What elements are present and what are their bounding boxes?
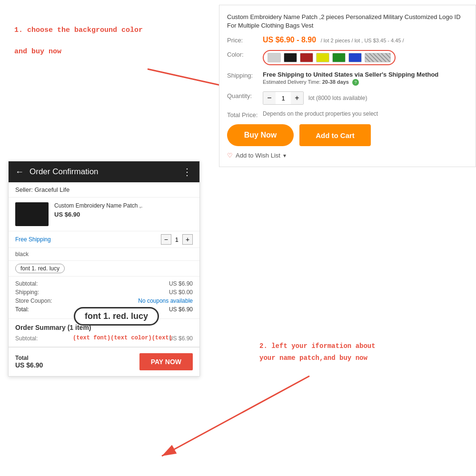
quantity-label: Quantity: [227,91,263,99]
price-lot: / lot 2 pieces / lot , US $3.45 - 4.45 / [321,38,404,43]
seller-name: Graceful Life [34,186,69,193]
custom-text-row: font 1. red. lucy [9,261,199,277]
swatch-red[interactable] [300,53,313,62]
step1b-annotation: and buy now [14,48,61,56]
product-panel: Custom Embroidery Name Patch ,2 pieces P… [219,5,476,167]
svg-line-7 [162,376,309,456]
heart-icon: ♡ [227,152,233,159]
action-buttons: Buy Now Add to Cart [227,124,468,146]
footer-total-price: US $6.90 [15,361,43,369]
qty-control: − 1 + [161,234,193,245]
delivery-time: Estimated Delivery Time: 20-38 days ? [263,79,468,86]
font-labels: (text font)(text color)(text) [73,335,172,341]
price-range: US $6.90 - 8.90 [263,36,316,44]
color-swatches[interactable] [263,50,396,65]
product-item-name: Custom Embroidery Name Patch ,. [54,202,193,209]
product-item-price: US $6.90 [54,211,193,218]
price-label: Price: [227,36,263,44]
qty-decrease-button[interactable]: − [263,92,276,104]
coupon-value[interactable]: No coupons available [138,298,193,304]
total-price-value: Depends on the product properties you se… [263,110,468,117]
seller-row: Seller: Graceful Life [9,182,199,198]
qty-value: 1 [175,236,178,243]
color-label-row: black [9,248,199,261]
add-to-cart-button[interactable]: Add to Cart [299,124,371,146]
qty-decrease-left-button[interactable]: − [161,234,171,245]
step1-annotation: 1. choose the background color [14,26,143,34]
custom-text-oval: font 1. red. lucy [15,264,65,273]
color-label: Color: [227,50,263,58]
coupon-row: Store Coupon: No coupons available [15,298,193,304]
product-thumbnail [15,202,49,226]
free-shipping-label: Free Shipping [15,236,51,243]
text-font-label: (text font) [73,335,110,341]
swatch-blue[interactable] [348,53,362,62]
total-price-label: Total Price: [227,110,263,119]
order-title: Order Confirmation [30,167,99,177]
swatch-black[interactable] [284,53,297,62]
seller-label: Seller: [15,186,33,193]
pay-footer: Total US $6.90 PAY NOW [9,347,199,376]
text-label: (text) [152,335,172,341]
swatch-lightgray[interactable] [268,53,281,62]
quantity-row: Quantity: − + lot (8000 lots available) [227,91,468,105]
product-title: Custom Embroidery Name Patch ,2 pieces P… [227,13,468,30]
text-color-label: (text color) [110,335,151,341]
step2-annotation: 2. left your iformation about your name … [259,340,450,364]
swatch-yellow[interactable] [316,53,329,62]
wish-list-row: ♡ Add to Wish List ▾ [227,152,468,159]
shipping-detail-row: Shipping: US $0.00 [15,289,193,296]
order-header: ← Order Confirmation ⋮ [9,161,199,182]
menu-dots-icon[interactable]: ⋮ [182,166,193,178]
quantity-control[interactable]: − + [263,91,304,105]
wish-dropdown-icon[interactable]: ▾ [283,152,286,159]
buy-now-button[interactable]: Buy Now [227,124,294,146]
price-row: Price: US $6.90 - 8.90 / lot 2 pieces / … [227,36,468,44]
swatch-camo[interactable] [365,53,391,62]
quantity-input[interactable] [276,95,291,102]
back-arrow-icon[interactable]: ← [15,167,24,177]
shipping-qty-row: Free Shipping − 1 + [9,231,199,248]
order-confirmation-panel: ← Order Confirmation ⋮ Seller: Graceful … [8,161,200,377]
total-price-row: Total Price: Depends on the product prop… [227,110,468,119]
shipping-row: Shipping: Free Shipping to United States… [227,71,468,86]
footer-total-label: Total [15,355,43,361]
shipping-value: Free Shipping to United States via Selle… [263,71,468,78]
pay-now-button[interactable]: PAY NOW [139,353,193,370]
add-to-wish-label[interactable]: Add to Wish List [236,152,280,159]
swatch-green[interactable] [332,53,346,62]
qty-increase-button[interactable]: + [291,92,303,104]
color-row: Color: [227,50,468,65]
product-item-row: Custom Embroidery Name Patch ,. US $6.90 [9,198,199,231]
subtotal-row: Subtotal: US $6.90 [15,280,193,287]
help-icon[interactable]: ? [352,79,359,86]
font-oval-big: font 1. red. lucy [74,307,159,326]
qty-increase-left-button[interactable]: + [182,234,193,245]
color-value: black [15,251,29,258]
shipping-label: Shipping: [227,71,263,79]
quantity-note: lot (8000 lots available) [308,95,367,101]
